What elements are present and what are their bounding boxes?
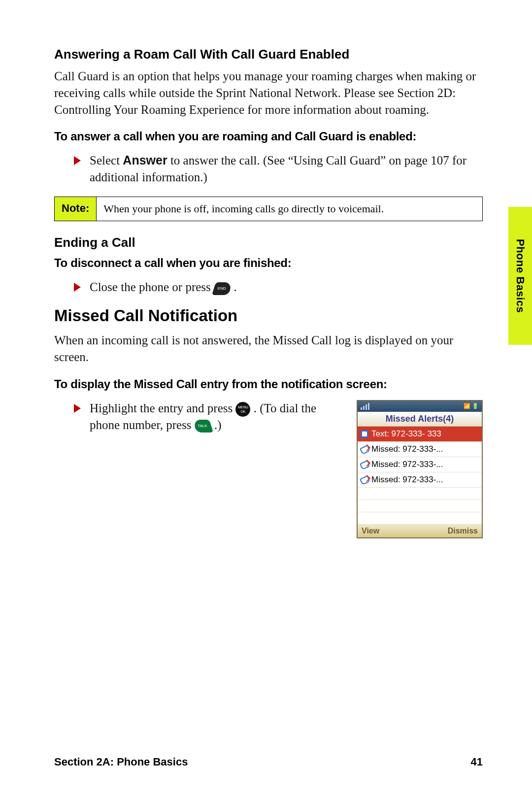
text-message-icon — [361, 430, 368, 438]
softkey-right: Dismiss — [448, 527, 478, 535]
alert-label: Missed: 972-333-... — [371, 444, 443, 454]
bullet-close-phone: Close the phone or press . — [74, 279, 483, 296]
footer-page-number: 41 — [471, 756, 483, 768]
note-label: Note: — [55, 197, 97, 221]
bullet-select-answer: Select Answer to answer the call. (See “… — [74, 152, 483, 186]
softkey-left: View — [362, 527, 379, 535]
paragraph-missed-call: When an incoming call is not answered, t… — [54, 332, 483, 366]
missed-call-icon — [361, 445, 368, 453]
phone-screen-title: Missed Alerts(4) — [358, 412, 482, 427]
page-content: Answering a Roam Call With Call Guard En… — [0, 0, 532, 798]
end-key-icon — [212, 282, 233, 295]
bullet-triangle-icon — [74, 283, 81, 292]
missed-call-row: Highlight the entry and press MENUOK . (… — [74, 400, 483, 538]
alert-row: Missed: 972-333-... — [358, 472, 482, 488]
alert-row-selected: Text: 972-333- 333 — [358, 427, 482, 442]
footer-section: Section 2A: Phone Basics — [54, 756, 188, 768]
talk-key-icon — [193, 420, 213, 432]
phone-screenshot: 📶 🔋 Missed Alerts(4) Text: 972-333- 333 … — [357, 400, 483, 538]
phone-softkey-bar: View Dismiss — [358, 525, 482, 537]
menu-ok-key-icon: MENUOK — [235, 402, 250, 417]
missed-call-icon — [361, 461, 368, 468]
alert-label: Text: 972-333- 333 — [371, 429, 441, 439]
empty-row — [358, 488, 482, 500]
bullet-text: Select Answer to answer the call. (See “… — [90, 152, 483, 186]
bullet-text: Close the phone or press . — [90, 279, 237, 296]
empty-row — [358, 512, 482, 525]
paragraph-call-guard: Call Guard is an option that helps you m… — [54, 68, 483, 118]
alert-label: Missed: 972-333-... — [371, 460, 443, 469]
missed-text-column: Highlight the entry and press MENUOK . (… — [74, 400, 347, 433]
empty-row — [358, 500, 482, 512]
missed-call-icon — [361, 476, 368, 484]
lead-display-missed: To display the Missed Call entry from th… — [54, 377, 483, 391]
bullet-triangle-icon — [74, 156, 81, 165]
alert-label: Missed: 972-333-... — [371, 475, 443, 485]
bullet-text: Highlight the entry and press MENUOK . (… — [90, 400, 347, 433]
alert-row: Missed: 972-333-... — [358, 442, 482, 457]
heading-ending-call: Ending a Call — [54, 235, 483, 250]
heading-answering-roam: Answering a Roam Call With Call Guard En… — [54, 47, 483, 62]
bullet-triangle-icon — [74, 404, 81, 413]
alert-row: Missed: 972-333-... — [358, 457, 482, 472]
heading-missed-call-notification: Missed Call Notification — [54, 306, 483, 325]
note-body: When your phone is off, incoming calls g… — [97, 197, 391, 221]
phone-status-bar: 📶 🔋 — [358, 401, 482, 412]
note-box: Note: When your phone is off, incoming c… — [54, 197, 483, 222]
lead-answer-roam: To answer a call when you are roaming an… — [54, 130, 483, 143]
status-icons: 📶 🔋 — [464, 403, 479, 409]
signal-icon — [361, 403, 369, 410]
page-footer: Section 2A: Phone Basics 41 — [54, 756, 483, 768]
lead-disconnect: To disconnect a call when you are finish… — [54, 256, 483, 270]
